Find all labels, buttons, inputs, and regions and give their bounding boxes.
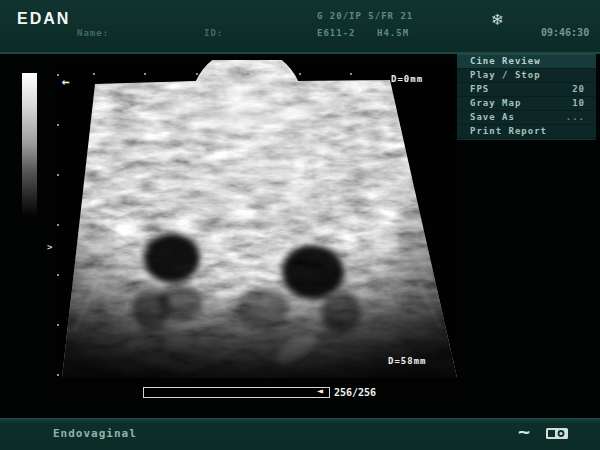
header-bar: EDAN Name: ID: G 20/IP 5/FR 21 E611-2 H4… bbox=[0, 0, 600, 54]
menu-item-label: Gray Map bbox=[470, 97, 521, 110]
menu-item-gray-map[interactable]: Gray Map 10 bbox=[457, 97, 596, 111]
probe-model: E611-2 bbox=[317, 28, 356, 38]
depth-tick bbox=[57, 74, 59, 76]
orientation-arrow-icon: ← bbox=[62, 74, 70, 89]
depth-start-label: D=0mm bbox=[391, 74, 423, 84]
ac-power-icon: ~ bbox=[518, 419, 530, 443]
depth-tick bbox=[57, 224, 59, 226]
menu-item-print-report[interactable]: Print Report bbox=[457, 125, 596, 139]
menu-item-save-as[interactable]: Save As ... bbox=[457, 111, 596, 125]
menu-item-label: FPS bbox=[470, 83, 489, 96]
printer-icon bbox=[545, 425, 569, 441]
ruler-tick bbox=[247, 73, 249, 75]
probe-type-label: Endovaginal bbox=[53, 427, 137, 440]
freeze-snowflake-icon: ❄ bbox=[492, 9, 502, 29]
cine-frame-counter: 256/256 bbox=[334, 387, 376, 398]
menu-item-value: 20 bbox=[572, 83, 585, 96]
menu-item-fps[interactable]: FPS 20 bbox=[457, 83, 596, 97]
depth-tick bbox=[57, 174, 59, 176]
cine-review-menu: Cine Review Play / Stop FPS 20 Gray Map … bbox=[457, 54, 596, 140]
edan-logo: EDAN bbox=[17, 10, 70, 28]
ruler-tick bbox=[350, 73, 352, 75]
ruler-tick bbox=[93, 73, 95, 75]
menu-item-label: Save As bbox=[470, 111, 515, 124]
patient-name-label: Name: bbox=[77, 28, 109, 38]
imaging-parameters: G 20/IP 5/FR 21 bbox=[317, 11, 413, 21]
menu-item-label: Play / Stop bbox=[470, 69, 541, 82]
ultrasound-screen: EDAN Name: ID: G 20/IP 5/FR 21 E611-2 H4… bbox=[0, 0, 600, 450]
menu-item-value: ... bbox=[566, 111, 585, 124]
depth-tick bbox=[57, 274, 59, 276]
menu-item-value: 10 bbox=[572, 97, 585, 110]
grayscale-reference-bar bbox=[22, 73, 37, 218]
patient-id-label: ID: bbox=[204, 28, 223, 38]
depth-tick bbox=[57, 324, 59, 326]
ultrasound-image bbox=[55, 60, 460, 390]
menu-title-label: Cine Review bbox=[470, 55, 541, 68]
depth-tick bbox=[57, 124, 59, 126]
ruler-tick bbox=[144, 73, 146, 75]
system-clock: 09:46:30 bbox=[541, 27, 589, 38]
depth-end-label: D=58mm bbox=[388, 356, 427, 366]
depth-tick bbox=[57, 374, 59, 376]
status-bar: Endovaginal ~ bbox=[0, 418, 600, 450]
menu-item-label: Print Report bbox=[470, 125, 547, 138]
cine-cursor-icon[interactable]: ◄ bbox=[317, 385, 323, 396]
ruler-tick bbox=[299, 73, 301, 75]
menu-item-play-stop[interactable]: Play / Stop bbox=[457, 69, 596, 83]
focus-position-marker: > bbox=[47, 242, 52, 252]
ruler-tick bbox=[196, 73, 198, 75]
cine-scrollbar[interactable] bbox=[143, 387, 330, 398]
menu-title: Cine Review bbox=[457, 54, 596, 69]
frequency-value: H4.5M bbox=[377, 28, 409, 38]
